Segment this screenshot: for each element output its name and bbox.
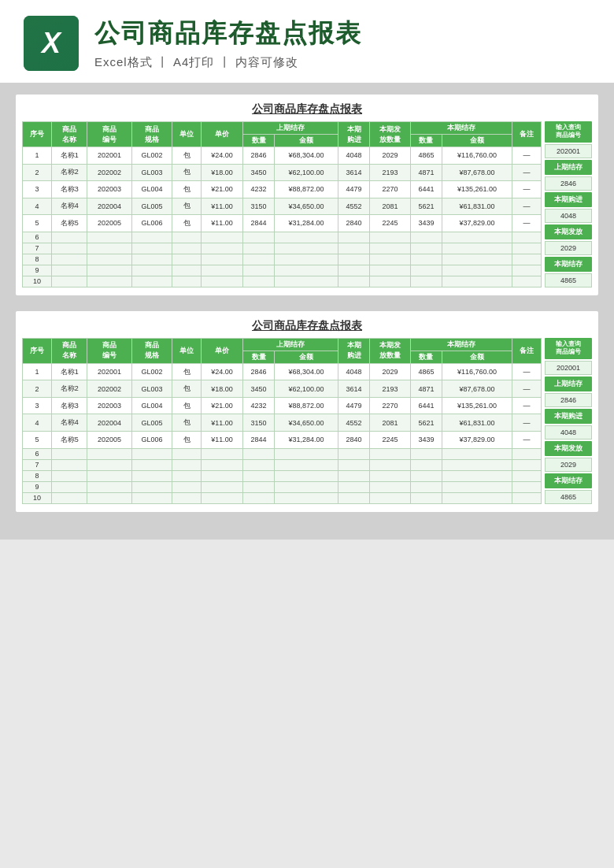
side-value-purchase-2[interactable]: 4048: [545, 425, 592, 440]
side-value-code[interactable]: 202001: [545, 144, 592, 158]
cell-curr-amt: ¥116,760.00: [442, 147, 512, 165]
table-row-empty: 10: [23, 492, 542, 503]
cell-name: 名称4: [52, 414, 87, 432]
cell-price: ¥21.00: [202, 397, 242, 414]
cell-empty: [338, 459, 369, 470]
cell-empty: [87, 492, 131, 503]
cell-price: ¥24.00: [202, 147, 242, 165]
table-row: 2 名称2 202002 GL003 包 ¥18.00 3450 ¥62,100…: [23, 380, 542, 398]
cell-note: —: [512, 414, 541, 432]
cell-price: ¥21.00: [202, 181, 242, 198]
cell-empty: [370, 232, 411, 243]
cell-empty: [202, 492, 242, 503]
cell-empty: [410, 243, 442, 254]
cell-empty: [410, 470, 442, 481]
cell-empty: [202, 243, 242, 254]
side-label-purchase-2: 本期购进: [545, 409, 592, 424]
th-purchase: 本期购进: [338, 122, 369, 147]
cell-empty: [52, 492, 87, 503]
cell-purchase: 4552: [338, 414, 369, 432]
cell-empty: [370, 481, 411, 492]
cell-spec: GL003: [131, 164, 172, 181]
table-row-empty: 6: [23, 232, 542, 243]
cell-note: —: [512, 397, 541, 414]
cell-empty: [442, 276, 512, 287]
th-curr-amt-b: 金额: [442, 351, 512, 363]
cell-dispatch: 2193: [370, 164, 411, 181]
side-value-dispatch-2[interactable]: 2029: [545, 458, 592, 472]
cell-curr-amt: ¥37,829.00: [442, 431, 512, 448]
cell-empty: [512, 470, 541, 481]
th-name-b: 商品名称: [52, 338, 87, 363]
cell-price: ¥11.00: [202, 215, 242, 232]
cell-purchase: 4479: [338, 181, 369, 198]
cell-seq-empty: 8: [23, 254, 52, 265]
table-title-1: 公司商品库存盘点报表: [22, 102, 592, 117]
cell-curr-qty: 4865: [410, 363, 442, 380]
cell-spec: GL006: [131, 431, 172, 448]
side-panel-1: 输入查询商品编号 202001 上期结存 2846 本期购进 4048 本期发放…: [545, 121, 592, 287]
cell-empty: [442, 254, 512, 265]
cell-curr-qty: 5621: [410, 414, 442, 432]
side-value-prev[interactable]: 2846: [545, 176, 592, 191]
side-value-prev-2[interactable]: 2846: [545, 393, 592, 407]
cell-prev-amt: ¥68,304.00: [275, 147, 338, 165]
cell-prev-qty: 4232: [242, 181, 274, 198]
side-panel-2: 输入查询商品编号 202001 上期结存 2846 本期购进 4048 本期发放…: [545, 338, 592, 504]
cell-empty: [242, 276, 274, 287]
table-row: 2 名称2 202002 GL003 包 ¥18.00 3450 ¥62,100…: [23, 164, 542, 181]
cell-seq: 5: [23, 215, 52, 232]
cell-curr-qty: 4865: [410, 147, 442, 165]
cell-empty: [338, 481, 369, 492]
side-value-curr-2[interactable]: 4865: [545, 490, 592, 504]
cell-empty: [52, 243, 87, 254]
cell-name: 名称3: [52, 181, 87, 198]
table-container-2: 公司商品库存盘点报表 序号 商品名称 商品编号 商品规格 单位 单价 上期结存 …: [16, 311, 598, 512]
cell-empty: [275, 470, 338, 481]
content-area: 公司商品库存盘点报表 序号 商品名称 商品编号 商品规格 单位 单价 上期结存 …: [0, 83, 614, 540]
cell-code: 202005: [87, 431, 131, 448]
table-row: 1 名称1 202001 GL002 包 ¥24.00 2846 ¥68,304…: [23, 147, 542, 165]
cell-empty: [242, 492, 274, 503]
cell-empty: [202, 254, 242, 265]
cell-empty: [512, 265, 541, 276]
table-wrapper-1: 序号 商品名称 商品编号 商品规格 单位 单价 上期结存 本期购进 本期发放数量…: [22, 121, 592, 287]
cell-empty: [442, 243, 512, 254]
table-row: 3 名称3 202003 GL004 包 ¥21.00 4232 ¥88,872…: [23, 397, 542, 414]
table-row: 3 名称3 202003 GL004 包 ¥21.00 4232 ¥88,872…: [23, 181, 542, 198]
cell-price: ¥18.00: [202, 380, 242, 398]
cell-curr-amt: ¥61,831.00: [442, 198, 512, 215]
cell-dispatch: 2245: [370, 215, 411, 232]
cell-empty: [410, 265, 442, 276]
cell-empty: [52, 276, 87, 287]
header-row-1b: 序号 商品名称 商品编号 商品规格 单位 单价 上期结存 本期购进 本期发放数量…: [23, 338, 542, 351]
cell-empty: [442, 470, 512, 481]
side-value-dispatch[interactable]: 2029: [545, 241, 592, 255]
cell-note: —: [512, 215, 541, 232]
cell-name: 名称1: [52, 363, 87, 380]
cell-curr-qty: 6441: [410, 397, 442, 414]
cell-empty: [275, 232, 338, 243]
th-curr-amt: 金额: [442, 135, 512, 147]
cell-curr-amt: ¥37,829.00: [442, 215, 512, 232]
cell-empty: [172, 232, 202, 243]
cell-empty: [202, 265, 242, 276]
side-value-code-2[interactable]: 202001: [545, 361, 592, 375]
cell-empty: [442, 481, 512, 492]
cell-purchase: 3614: [338, 164, 369, 181]
cell-name: 名称1: [52, 147, 87, 165]
cell-price: ¥24.00: [202, 363, 242, 380]
cell-note: —: [512, 431, 541, 448]
cell-purchase: 4048: [338, 363, 369, 380]
cell-prev-amt: ¥34,650.00: [275, 414, 338, 432]
cell-spec: GL005: [131, 414, 172, 432]
cell-empty: [202, 481, 242, 492]
side-value-purchase[interactable]: 4048: [545, 209, 592, 223]
cell-dispatch: 2029: [370, 363, 411, 380]
cell-curr-amt: ¥61,831.00: [442, 414, 512, 432]
cell-note: —: [512, 380, 541, 398]
cell-spec: GL002: [131, 363, 172, 380]
cell-prev-qty: 2844: [242, 215, 274, 232]
side-value-curr[interactable]: 4865: [545, 273, 592, 287]
cell-prev-qty: 3450: [242, 164, 274, 181]
